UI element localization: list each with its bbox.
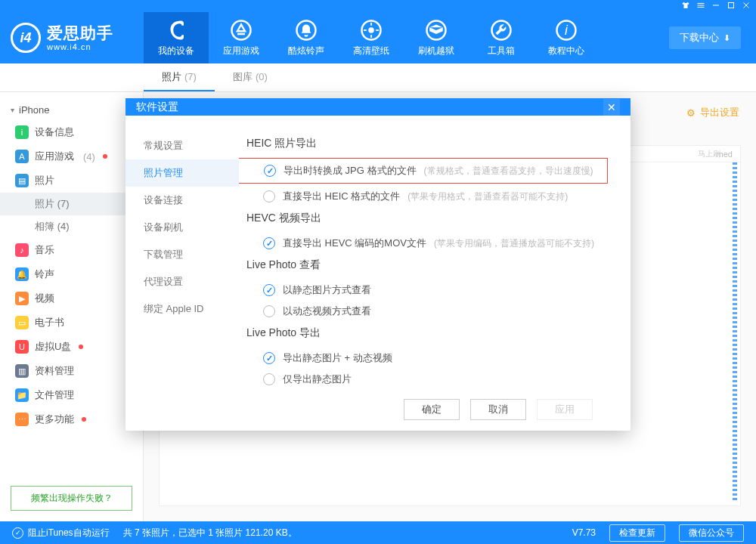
faq-link[interactable]: 频繁出现操作失败？ <box>11 486 132 511</box>
svg-rect-0 <box>713 5 719 5</box>
apps-icon: A <box>15 150 29 163</box>
option-lp-exp-both[interactable]: 导出静态图片 + 动态视频 <box>246 348 608 369</box>
nav-wallpapers[interactable]: 高清壁纸 <box>339 12 404 63</box>
sidebar: iPhone i设备信息 A应用游戏(4) ▤照片 照片 (7) 相簿 (4) … <box>0 92 144 521</box>
sidebar-item-ringtones[interactable]: 🔔铃声 <box>0 262 143 286</box>
brand-name: 爱思助手 <box>47 24 113 42</box>
sidebar-item-photos[interactable]: ▤照片 <box>0 168 143 193</box>
brand: i4 爱思助手 www.i4.cn <box>0 23 144 53</box>
sidebar-item-data[interactable]: ▥资料管理 <box>0 359 143 383</box>
sidebar-item-more[interactable]: ⋯更多功能 <box>0 407 143 431</box>
sidebar-item-apps[interactable]: A应用游戏(4) <box>0 144 143 168</box>
subtab-library[interactable]: 图库(0) <box>215 63 286 91</box>
nav-apps[interactable]: 应用游戏 <box>209 12 274 63</box>
radio-empty-icon <box>263 373 275 385</box>
section-heic: HEIC 照片导出 <box>246 137 608 150</box>
dialog-content: HEIC 照片导出 导出时转换成 JPG 格式的文件(常规格式，普通查看器支持，… <box>239 116 631 431</box>
dialog-tab-appleid[interactable]: 绑定 Apple ID <box>125 295 239 323</box>
menu-icon[interactable] <box>696 1 706 12</box>
dialog-tab-download[interactable]: 下载管理 <box>125 241 239 268</box>
badge-dot-icon <box>103 154 107 159</box>
status-itunes-block[interactable]: 阻止iTunes自动运行 <box>12 527 110 539</box>
section-livephoto-export: Live Photo 导出 <box>246 326 608 340</box>
option-lp-view-video[interactable]: 以动态视频方式查看 <box>246 301 608 322</box>
data-icon: ▥ <box>15 364 29 378</box>
sidebar-item-files[interactable]: 📁文件管理 <box>0 383 143 407</box>
subtab-photos[interactable]: 照片(7) <box>144 63 215 91</box>
minimize-icon[interactable] <box>711 1 721 12</box>
status-summary: 共 7 张照片，已选中 1 张照片 121.20 KB。 <box>123 527 297 539</box>
scrollbar[interactable] <box>733 162 737 502</box>
status-bar: 阻止iTunes自动运行 共 7 张照片，已选中 1 张照片 121.20 KB… <box>0 521 756 544</box>
music-icon: ♪ <box>15 243 29 257</box>
wechat-button[interactable]: 微信公众号 <box>679 524 744 542</box>
check-update-button[interactable]: 检查更新 <box>609 524 665 542</box>
option-heic-raw[interactable]: 直接导出 HEIC 格式的文件(苹果专用格式，普通查看器可能不支持) <box>246 186 608 207</box>
option-hevc-mov[interactable]: 直接导出 HEVC 编码的MOV文件(苹果专用编码，普通播放器可能不支持) <box>246 233 608 254</box>
dialog-tab-device-connect[interactable]: 设备连接 <box>125 187 239 214</box>
sidebar-sub-albums[interactable]: 相簿 (4) <box>0 215 143 238</box>
radio-selected-icon <box>264 165 276 177</box>
folder-icon: 📁 <box>15 388 29 402</box>
nav-my-device[interactable]: 我的设备 <box>144 12 209 63</box>
sidebar-item-vdisk[interactable]: U虚拟U盘 <box>0 335 143 359</box>
info-icon: i <box>15 125 29 139</box>
svg-point-5 <box>368 27 374 33</box>
brand-logo-icon: i4 <box>11 23 41 53</box>
option-heic-jpg[interactable]: 导出时转换成 JPG 格式的文件(常规格式，普通查看器支持，导出速度慢) <box>247 160 607 181</box>
photos-icon: ▤ <box>15 174 29 187</box>
section-livephoto-view: Live Photo 查看 <box>246 258 608 272</box>
badge-dot-icon <box>79 345 83 349</box>
dialog-ok-button[interactable]: 确定 <box>404 399 460 420</box>
radio-selected-icon <box>263 237 275 249</box>
top-nav: 我的设备 应用游戏 酷炫铃声 高清壁纸 刷机越狱 工具箱 i教程中心 <box>144 12 669 63</box>
bell-icon: 🔔 <box>15 267 29 281</box>
dialog-tab-photo-manage[interactable]: 照片管理 <box>125 159 239 187</box>
app-header: i4 爱思助手 www.i4.cn 我的设备 应用游戏 酷炫铃声 高清壁纸 刷机… <box>0 12 756 63</box>
nav-ringtones[interactable]: 酷炫铃声 <box>274 12 339 63</box>
radio-selected-icon <box>263 352 275 364</box>
radio-selected-icon <box>263 284 275 296</box>
more-icon: ⋯ <box>15 413 29 426</box>
dialog-tab-proxy[interactable]: 代理设置 <box>125 268 239 295</box>
sidebar-sub-photos[interactable]: 照片 (7) <box>0 193 143 215</box>
svg-rect-1 <box>729 2 734 8</box>
nav-tutorials[interactable]: i教程中心 <box>534 12 599 63</box>
close-icon[interactable] <box>741 1 751 12</box>
option-lp-view-static[interactable]: 以静态图片方式查看 <box>246 280 608 301</box>
usb-icon: U <box>15 340 29 354</box>
dialog-tab-device-flash[interactable]: 设备刷机 <box>125 214 239 241</box>
section-hevc: HEVC 视频导出 <box>246 212 608 225</box>
nav-toolbox[interactable]: 工具箱 <box>469 12 534 63</box>
dialog-sidebar: 常规设置 照片管理 设备连接 设备刷机 下载管理 代理设置 绑定 Apple I… <box>125 116 239 431</box>
window-titlebar <box>0 0 756 12</box>
export-settings-link[interactable]: 导出设置 <box>686 106 739 119</box>
svg-text:i: i <box>565 23 569 38</box>
sidebar-item-music[interactable]: ♪音乐 <box>0 238 143 262</box>
sidebar-item-device-info[interactable]: i设备信息 <box>0 120 143 144</box>
download-center-button[interactable]: 下载中心 <box>669 26 741 49</box>
highlighted-option: 导出时转换成 JPG 格式的文件(常规格式，普通查看器支持，导出速度慢) <box>239 158 608 184</box>
dialog-apply-button[interactable]: 应用 <box>537 399 593 420</box>
dialog-cancel-button[interactable]: 取消 <box>470 399 526 420</box>
dialog-title: 软件设置 ✕ <box>125 98 631 116</box>
sidebar-device[interactable]: iPhone <box>0 100 143 120</box>
settings-dialog: 软件设置 ✕ 常规设置 照片管理 设备连接 设备刷机 下载管理 代理设置 绑定 … <box>125 98 631 431</box>
video-icon: ▶ <box>15 292 29 305</box>
radio-empty-icon <box>263 305 275 317</box>
dialog-tab-general[interactable]: 常规设置 <box>125 132 239 159</box>
nav-jailbreak[interactable]: 刷机越狱 <box>404 12 469 63</box>
book-icon: ▭ <box>15 316 29 329</box>
dialog-close-button[interactable]: ✕ <box>603 99 620 116</box>
sidebar-item-ebook[interactable]: ▭电子书 <box>0 311 143 335</box>
status-version: V7.73 <box>572 527 596 538</box>
brand-url: www.i4.cn <box>47 42 113 51</box>
option-lp-exp-static[interactable]: 仅导出静态图片 <box>246 369 608 390</box>
radio-empty-icon <box>263 190 275 202</box>
maximize-icon[interactable] <box>726 1 736 12</box>
tshirt-icon[interactable] <box>680 1 691 12</box>
sub-tabs: 照片(7) 图库(0) <box>0 63 756 92</box>
badge-dot-icon <box>82 417 86 422</box>
sidebar-item-video[interactable]: ▶视频 <box>0 286 143 311</box>
